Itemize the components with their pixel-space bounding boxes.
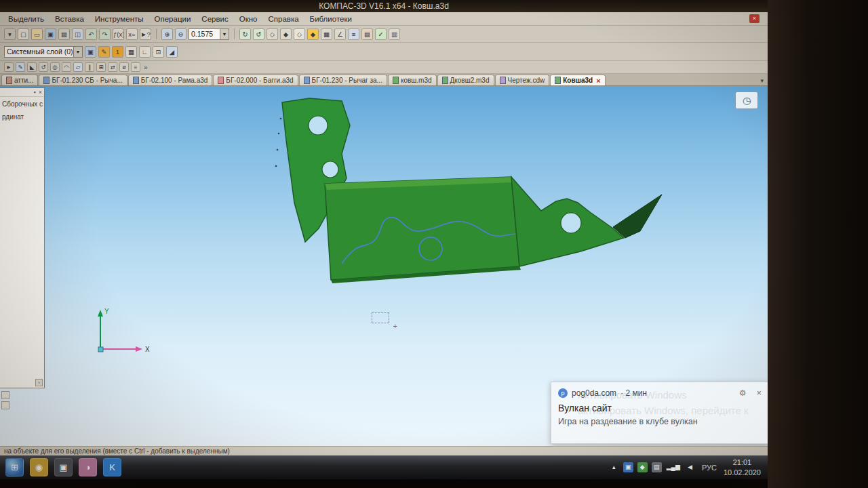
panel-side-tab[interactable] bbox=[1, 391, 9, 399]
extrude-icon[interactable]: ◣ bbox=[27, 62, 37, 72]
menu-item[interactable]: Вставка bbox=[55, 15, 84, 23]
model-3d-part[interactable] bbox=[250, 94, 677, 294]
model-viewport[interactable]: ▪ × Сборочных с рдинат › ◷ bbox=[0, 86, 768, 446]
chrome-icon[interactable]: ◉ bbox=[30, 458, 48, 476]
document-tab[interactable]: Дковш2.m3d bbox=[437, 75, 494, 85]
current-layer-combo[interactable]: Системный слой (0) ▼ bbox=[4, 46, 83, 58]
document-icon bbox=[500, 77, 506, 84]
chevron-down-icon[interactable]: ▼ bbox=[73, 47, 82, 57]
brush-style-icon[interactable]: ◢ bbox=[166, 46, 178, 58]
mirror-icon[interactable]: ⇄ bbox=[108, 62, 117, 72]
display-wireframe-icon[interactable]: ◇ bbox=[294, 28, 305, 40]
shield-tray-icon[interactable]: ◆ bbox=[637, 462, 648, 472]
document-tab[interactable]: атти... bbox=[1, 75, 38, 85]
hidden-lines-icon[interactable]: ▦ bbox=[321, 28, 332, 40]
help-pointer-icon[interactable]: ►? bbox=[140, 28, 151, 40]
fillet-icon[interactable]: ◠ bbox=[62, 62, 71, 72]
model-tree-icon[interactable]: ≡ bbox=[348, 28, 359, 40]
menu-item[interactable]: Выделить bbox=[8, 15, 44, 23]
print-icon[interactable]: ▤ bbox=[58, 28, 70, 40]
layer-number-badge[interactable]: 1 bbox=[112, 46, 123, 58]
gear-icon[interactable]: ⚙ bbox=[739, 388, 747, 398]
kompas-icon[interactable]: K bbox=[103, 458, 121, 476]
properties-icon[interactable]: ≡ bbox=[131, 62, 140, 72]
revolve-icon[interactable]: ↺ bbox=[39, 62, 48, 72]
new-document-icon[interactable]: ▢ bbox=[18, 28, 29, 40]
plane-icon[interactable]: ▱ bbox=[73, 62, 83, 72]
tab-overflow-arrow-icon[interactable]: ▾ bbox=[760, 77, 766, 85]
pin-icon[interactable]: ▪ bbox=[34, 89, 36, 96]
layer-states-icon[interactable]: ▣ bbox=[85, 46, 96, 58]
panel-close-icon[interactable]: × bbox=[39, 89, 42, 96]
taskbar-clock[interactable]: 21:01 10.02.2020 bbox=[724, 458, 762, 477]
axis-icon[interactable]: ∥ bbox=[85, 62, 94, 72]
document-icon bbox=[555, 77, 561, 84]
panel-scroll-arrow-icon[interactable]: › bbox=[35, 379, 43, 386]
tab-close-icon[interactable]: × bbox=[596, 77, 600, 85]
toolbar-more-icon[interactable]: » bbox=[142, 64, 149, 71]
chevron-down-icon[interactable]: ▼ bbox=[220, 29, 229, 39]
menu-item[interactable]: Справка bbox=[268, 15, 298, 23]
display-tray-icon[interactable]: ▤ bbox=[652, 462, 662, 472]
zoom-out-icon[interactable]: ⊖ bbox=[175, 28, 186, 40]
menu-item[interactable]: Окно bbox=[239, 15, 258, 23]
menu-item[interactable]: Библиотеки bbox=[310, 15, 352, 23]
formula-icon[interactable]: ƒ(x) bbox=[113, 28, 124, 40]
menu-item[interactable]: Операции bbox=[155, 15, 191, 23]
snap-icon[interactable]: ⊡ bbox=[153, 46, 164, 58]
save-icon[interactable]: ▣ bbox=[45, 28, 56, 40]
panel-side-tab[interactable] bbox=[1, 401, 9, 409]
menu-bar: ВыделитьВставкаИнструментыОперацииСервис… bbox=[0, 12, 768, 26]
close-icon[interactable]: × bbox=[756, 388, 762, 398]
menu-item[interactable]: Сервис bbox=[201, 15, 228, 23]
refresh-view-icon[interactable]: ↻ bbox=[239, 28, 251, 40]
display-shaded-icon[interactable]: ◆ bbox=[307, 28, 319, 40]
browser-notification[interactable]: p pog0da.com · 2 мин ⚙ × Вулкан сайт Игр… bbox=[551, 382, 768, 444]
document-tab[interactable]: БГ-01.230 - Рычаг за... bbox=[299, 75, 387, 85]
tree-item[interactable]: Сборочных с bbox=[0, 97, 44, 110]
toolbar-options-arrow-icon[interactable]: ▾ bbox=[4, 28, 16, 40]
pointer-icon[interactable]: ► bbox=[4, 62, 14, 72]
hole-icon[interactable]: ◎ bbox=[50, 62, 60, 72]
document-tab[interactable]: Чертеж.cdw bbox=[495, 75, 550, 85]
open-folder-icon[interactable]: ▭ bbox=[31, 28, 43, 40]
start-button[interactable]: ⊞ bbox=[5, 458, 24, 476]
undo-icon[interactable]: ↶ bbox=[85, 28, 97, 40]
ortho-mode-icon[interactable]: ∟ bbox=[139, 46, 151, 58]
kompas-tray-icon[interactable]: ▣ bbox=[623, 462, 633, 472]
notification-time: · 2 мин bbox=[620, 388, 647, 398]
view-orientation-indicator[interactable]: ◷ bbox=[735, 92, 758, 109]
document-tab[interactable]: ковш.m3d bbox=[388, 75, 437, 85]
grid-icon[interactable]: ▦ bbox=[125, 46, 137, 58]
preview-icon[interactable]: ◫ bbox=[72, 28, 83, 40]
rotate-view-icon[interactable]: ↺ bbox=[253, 28, 264, 40]
redo-icon[interactable]: ↷ bbox=[99, 28, 111, 40]
library-icon[interactable]: ▤ bbox=[361, 28, 373, 40]
explorer-icon[interactable]: ▣ bbox=[54, 458, 73, 476]
document-tab[interactable]: Ковша3d × bbox=[550, 75, 605, 85]
window-close-icon[interactable]: × bbox=[749, 14, 760, 23]
measure-icon[interactable]: ø bbox=[119, 62, 129, 72]
check-document-icon[interactable]: ✓ bbox=[375, 28, 387, 40]
report-icon[interactable]: ▥ bbox=[389, 28, 400, 40]
paint-icon[interactable]: ◑ bbox=[79, 458, 97, 476]
document-tab[interactable]: БГ-01.230 СБ - Рыча... bbox=[39, 75, 127, 85]
document-tab[interactable]: БГ-02.000 - Багги.a3d bbox=[213, 75, 298, 85]
tree-item[interactable]: рдинат bbox=[0, 110, 44, 123]
menu-item[interactable]: Инструменты bbox=[95, 15, 144, 23]
orientation-front-icon[interactable]: ◇ bbox=[267, 28, 278, 40]
document-tab[interactable]: БГ-02.100 - Рама.a3d bbox=[128, 75, 213, 85]
zoom-in-icon[interactable]: ⊕ bbox=[161, 28, 173, 40]
section-view-icon[interactable]: ∠ bbox=[334, 28, 346, 40]
sketch-icon[interactable]: ✎ bbox=[16, 62, 25, 72]
zoom-scale-combo[interactable]: 0.1575 ▼ bbox=[189, 28, 229, 40]
variables-icon[interactable]: x= bbox=[126, 28, 138, 40]
orientation-iso-icon[interactable]: ◆ bbox=[280, 28, 292, 40]
pencil-current-layer-icon[interactable]: ✎ bbox=[98, 46, 110, 58]
array-icon[interactable]: ⊞ bbox=[96, 62, 106, 72]
volume-icon[interactable]: ◀ bbox=[685, 462, 695, 472]
panel-header: ▪ × bbox=[0, 88, 44, 97]
language-indicator[interactable]: РУС bbox=[701, 464, 718, 472]
hidden-icons-arrow[interactable]: ▴ bbox=[609, 462, 619, 472]
network-icon[interactable]: ▂▄▆ bbox=[666, 462, 681, 472]
